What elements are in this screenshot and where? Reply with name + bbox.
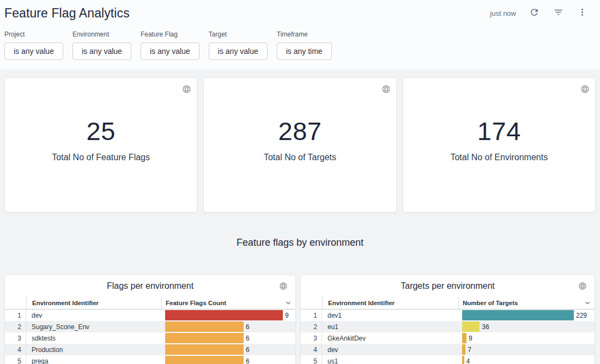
filter-label: Target — [209, 31, 268, 38]
tile-total-targets: 287 Total No of Targets — [203, 77, 396, 213]
table-row[interactable]: 5 prega 6 — [5, 355, 295, 364]
filter-timeframe-value-button[interactable]: is any time — [277, 43, 332, 60]
filter-environment-value-button[interactable]: is any value — [72, 43, 131, 60]
globe-icon — [578, 282, 587, 293]
environment-cell[interactable]: GkeAnkitDev — [322, 335, 458, 342]
row-number: 3 — [5, 332, 26, 344]
value-bar — [165, 310, 283, 320]
filter-label: Timeframe — [277, 31, 332, 38]
column-header-label: Feature Flags Count — [166, 300, 226, 306]
filter-target-value-button[interactable]: is any value — [209, 43, 268, 60]
environment-cell[interactable]: Production — [26, 346, 161, 354]
kpi-value: 174 — [477, 116, 521, 146]
column-header-environment[interactable]: Environment Identifier — [26, 297, 161, 309]
value-bar — [165, 333, 244, 343]
value-cell[interactable]: 9 — [458, 333, 595, 343]
value-bar — [462, 333, 466, 343]
bar-value-label: 9 — [469, 335, 472, 342]
row-number: 5 — [301, 355, 322, 364]
row-number: 5 — [5, 355, 26, 364]
table-row[interactable]: 3 GkeAnkitDev 9 — [301, 332, 595, 344]
column-header-label: Number of Targets — [463, 300, 518, 306]
column-header-count[interactable]: Number of Targets — [458, 297, 595, 309]
bar-value-label: 7 — [468, 346, 471, 354]
table-row[interactable]: 3 sdktests 6 — [5, 332, 295, 344]
filter-feature-flag: Feature Flag is any value — [141, 31, 199, 60]
table-row[interactable]: 2 eu1 36 — [301, 321, 595, 332]
row-number-header — [5, 297, 26, 309]
value-cell[interactable]: 6 — [161, 321, 295, 332]
table-row[interactable]: 1 dev 9 — [5, 310, 295, 321]
dashboard-body: 25 Total No of Feature Flags 287 Total N… — [0, 69, 600, 364]
table-body: 1 dev1 229 2 eu1 36 3 GkeAnkitDev — [301, 310, 595, 364]
value-cell[interactable]: 36 — [458, 321, 595, 332]
table-title: Flags per environment — [107, 281, 193, 291]
value-cell[interactable]: 229 — [458, 310, 595, 320]
globe-icon — [580, 84, 590, 96]
bar-value-label: 229 — [576, 312, 587, 319]
bar-value-label: 36 — [482, 323, 489, 331]
environment-cell[interactable]: dev1 — [322, 312, 458, 319]
kpi-label: Total No of Environments — [450, 153, 548, 162]
refresh-status: just now — [490, 9, 516, 17]
page-title: Feature Flag Analytics — [4, 6, 130, 21]
column-header-count[interactable]: Feature Flags Count — [161, 297, 295, 309]
filter-feature-flag-value-button[interactable]: is any value — [141, 43, 199, 60]
table-row[interactable]: 4 Production 6 — [5, 344, 295, 355]
value-bar — [462, 344, 465, 355]
value-cell[interactable]: 4 — [458, 356, 595, 364]
table-row[interactable]: 4 dev 7 — [301, 344, 595, 355]
more-options-button[interactable] — [576, 7, 588, 19]
environment-cell[interactable]: Sugary_Scone_Env — [26, 323, 161, 331]
environment-cell[interactable]: eu1 — [322, 323, 458, 331]
row-number: 2 — [5, 321, 26, 332]
table-row[interactable]: 5 us1 4 — [301, 355, 595, 364]
filter-label: Environment — [72, 31, 131, 38]
dashboard-header: Feature Flag Analytics just now Pr — [0, 0, 600, 69]
environment-cell[interactable]: sdktests — [26, 335, 161, 342]
section-title: Feature flags by environment — [4, 237, 596, 248]
environment-cell[interactable]: us1 — [322, 357, 458, 364]
column-header-environment[interactable]: Environment Identifier — [322, 297, 458, 309]
filter-environment: Environment is any value — [72, 31, 131, 60]
value-bar — [165, 344, 244, 355]
filter-list-icon — [553, 7, 563, 19]
value-bar — [462, 321, 480, 332]
kpi-value: 25 — [87, 116, 116, 146]
row-number: 4 — [5, 344, 26, 355]
refresh-button[interactable] — [528, 7, 540, 19]
filter-button[interactable] — [552, 7, 564, 19]
kpi-label: Total No of Targets — [264, 153, 336, 162]
filter-label: Project — [4, 31, 63, 38]
value-cell[interactable]: 6 — [161, 333, 295, 343]
value-cell[interactable]: 9 — [161, 310, 295, 320]
filter-project-value-button[interactable]: is any value — [4, 43, 63, 60]
bar-value-label: 4 — [466, 357, 470, 364]
row-number: 1 — [5, 310, 26, 321]
bar-value-label: 9 — [285, 312, 289, 319]
kebab-menu-icon — [577, 7, 587, 19]
sort-chevron-icon[interactable] — [584, 299, 591, 308]
environment-cell[interactable]: prega — [26, 357, 161, 364]
row-number: 2 — [301, 321, 322, 332]
environment-cell[interactable]: dev — [26, 312, 161, 319]
globe-icon — [279, 282, 288, 293]
bar-value-label: 6 — [246, 323, 250, 331]
value-bar — [165, 356, 244, 364]
tile-total-feature-flags: 25 Total No of Feature Flags — [4, 77, 197, 213]
table-row[interactable]: 1 dev1 229 — [301, 310, 595, 321]
sort-chevron-icon[interactable] — [284, 299, 292, 308]
environment-cell[interactable]: dev — [322, 346, 458, 354]
kpi-tiles-row: 25 Total No of Feature Flags 287 Total N… — [4, 77, 596, 213]
value-bar — [165, 321, 244, 332]
value-cell[interactable]: 6 — [161, 356, 295, 364]
kpi-value: 287 — [278, 116, 322, 146]
filter-timeframe: Timeframe is any time — [277, 31, 332, 60]
tables-row: Flags per environment Environment Identi… — [4, 275, 596, 364]
table-row[interactable]: 2 Sugary_Scone_Env 6 — [5, 321, 295, 332]
row-number: 3 — [301, 332, 322, 344]
bar-value-label: 6 — [246, 346, 250, 354]
value-cell[interactable]: 6 — [161, 344, 295, 355]
value-cell[interactable]: 7 — [458, 344, 595, 355]
kpi-label: Total No of Feature Flags — [52, 153, 150, 162]
